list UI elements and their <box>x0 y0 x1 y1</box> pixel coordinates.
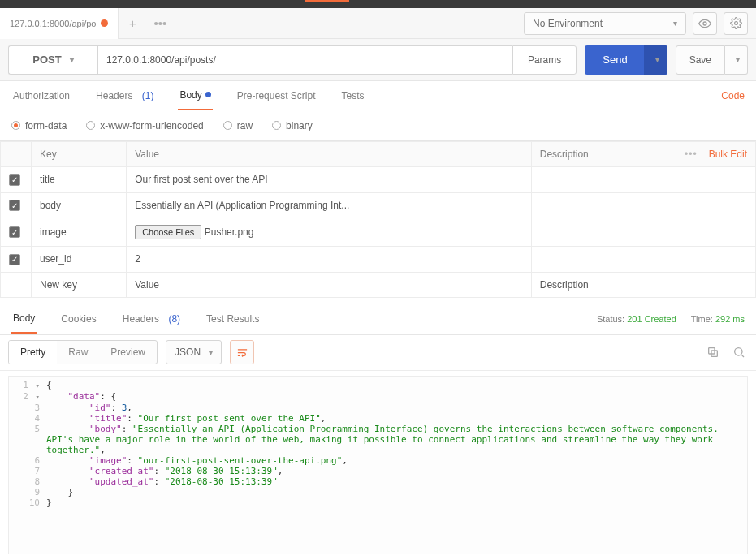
eye-icon[interactable] <box>693 12 717 35</box>
tab-tests[interactable]: Tests <box>339 81 365 110</box>
radio-icon <box>272 121 281 130</box>
key-placeholder[interactable]: New key <box>32 272 127 297</box>
resp-tab-body[interactable]: Body <box>11 304 37 334</box>
status-value: 201 Created <box>627 314 676 324</box>
fmt-preview[interactable]: Preview <box>99 341 157 364</box>
radio-icon <box>223 121 232 130</box>
col-description: Description ••• Bulk Edit <box>531 142 755 167</box>
method-label: POST <box>32 54 61 66</box>
col-check <box>1 142 32 167</box>
description-placeholder[interactable]: Description <box>531 272 755 297</box>
value-cell[interactable]: Essentially an API (Application Programm… <box>135 200 349 211</box>
chevron-down-icon: ▾ <box>673 19 677 28</box>
url-input[interactable]: 127.0.0.1:8000/api/posts/ <box>97 45 512 75</box>
radio-icon <box>86 121 95 130</box>
tab-prerequest[interactable]: Pre-request Script <box>235 81 318 110</box>
choose-files-button[interactable]: Choose Files <box>135 225 201 239</box>
col-value: Value <box>127 142 532 167</box>
more-icon[interactable]: ••• <box>685 149 698 160</box>
format-bar: Pretty Raw Preview JSON ▾ <box>0 335 756 371</box>
params-button[interactable]: Params <box>512 45 577 75</box>
time-value: 292 ms <box>715 314 745 324</box>
chevron-down-icon: ▾ <box>70 55 74 64</box>
chevron-down-icon: ▾ <box>655 55 659 64</box>
url-value: 127.0.0.1:8000/api/posts/ <box>106 54 216 66</box>
method-select[interactable]: POST ▾ <box>8 45 97 75</box>
value-cell[interactable]: 2 <box>135 253 140 265</box>
send-dropdown[interactable]: ▾ <box>644 45 667 75</box>
radio-raw[interactable]: raw <box>223 120 253 131</box>
add-tab-button[interactable]: + <box>119 8 146 39</box>
value-cell[interactable]: Our first post sent over the API <box>135 174 267 185</box>
save-button[interactable]: Save <box>676 45 725 75</box>
unsaved-dot-icon <box>101 19 108 27</box>
radio-form-data[interactable]: form-data <box>11 120 67 131</box>
svg-point-1 <box>734 22 737 25</box>
resp-tab-cookies[interactable]: Cookies <box>59 304 97 334</box>
form-data-table: Key Value Description ••• Bulk Edit ✓tit… <box>0 141 756 298</box>
key-cell[interactable]: body <box>32 192 127 218</box>
tab-bar: 127.0.0.1:8000/api/po + ••• No Environme… <box>0 8 756 39</box>
radio-icon <box>11 121 20 130</box>
table-row: ✓imageChoose Files Pusher.png <box>1 218 756 247</box>
tab-headers[interactable]: Headers (1) <box>94 81 155 110</box>
fmt-json-select[interactable]: JSON ▾ <box>166 340 222 364</box>
tab-title: 127.0.0.1:8000/api/po <box>10 19 96 28</box>
request-tab[interactable]: 127.0.0.1:8000/api/po <box>0 8 119 39</box>
description-cell[interactable] <box>531 192 755 218</box>
fmt-pretty[interactable]: Pretty <box>9 341 57 364</box>
file-name: Pusher.png <box>205 226 254 238</box>
table-row: ✓bodyEssentially an API (Application Pro… <box>1 192 756 218</box>
environment-select[interactable]: No Environment ▾ <box>524 12 686 35</box>
response-body[interactable]: 1 ▾{ 2 ▾ "data": { 3 "id": 3, 4 "title":… <box>8 376 748 554</box>
copy-icon[interactable] <box>704 343 722 361</box>
fmt-raw[interactable]: Raw <box>57 341 99 364</box>
radio-binary[interactable]: binary <box>272 120 313 131</box>
svg-point-0 <box>703 22 706 25</box>
request-bar: POST ▾ 127.0.0.1:8000/api/posts/ Params … <box>0 39 756 81</box>
gear-icon[interactable] <box>724 12 748 35</box>
response-tabs: Body Cookies Headers (8) Test Results St… <box>0 304 756 335</box>
svg-point-4 <box>735 348 742 355</box>
key-cell[interactable]: title <box>32 167 127 193</box>
key-cell[interactable]: image <box>32 218 127 247</box>
col-key: Key <box>32 142 127 167</box>
checkbox[interactable]: ✓ <box>9 200 20 211</box>
tab-overflow-button[interactable]: ••• <box>146 8 174 39</box>
save-dropdown[interactable]: ▾ <box>725 45 748 75</box>
environment-label: No Environment <box>533 18 603 29</box>
table-row: ✓user_id2 <box>1 247 756 273</box>
checkbox[interactable]: ✓ <box>9 254 20 265</box>
active-dot-icon <box>205 92 211 97</box>
resp-tab-tests[interactable]: Test Results <box>205 304 261 334</box>
format-tabs: Pretty Raw Preview <box>8 340 158 364</box>
bulk-edit-link[interactable]: Bulk Edit <box>709 149 747 160</box>
checkbox[interactable]: ✓ <box>9 226 20 238</box>
body-type-radios: form-data x-www-form-urlencoded raw bina… <box>0 110 756 141</box>
resp-tab-headers[interactable]: Headers (8) <box>121 304 182 334</box>
description-cell[interactable] <box>531 167 755 193</box>
chevron-down-icon: ▾ <box>209 348 213 357</box>
send-button[interactable]: Send ▾ <box>585 45 667 75</box>
tab-body[interactable]: Body <box>178 81 212 110</box>
checkbox[interactable]: ✓ <box>9 174 20 186</box>
search-icon[interactable] <box>730 343 748 361</box>
key-cell[interactable]: user_id <box>32 247 127 273</box>
request-tabs: Authorization Headers (1) Body Pre-reque… <box>0 81 756 110</box>
wrap-toggle[interactable] <box>230 340 254 364</box>
table-row: ✓titleOur first post sent over the API <box>1 167 756 193</box>
description-cell[interactable] <box>531 218 755 247</box>
chevron-down-icon: ▾ <box>736 55 740 64</box>
value-placeholder[interactable]: Value <box>127 272 532 297</box>
code-link[interactable]: Code <box>721 90 745 101</box>
description-cell[interactable] <box>531 247 755 273</box>
tab-authorization[interactable]: Authorization <box>11 81 71 110</box>
table-row-placeholder: New keyValueDescription <box>1 272 756 297</box>
radio-urlencoded[interactable]: x-www-form-urlencoded <box>86 120 203 131</box>
response-status: Status: 201 Created Time: 292 ms <box>597 314 745 324</box>
